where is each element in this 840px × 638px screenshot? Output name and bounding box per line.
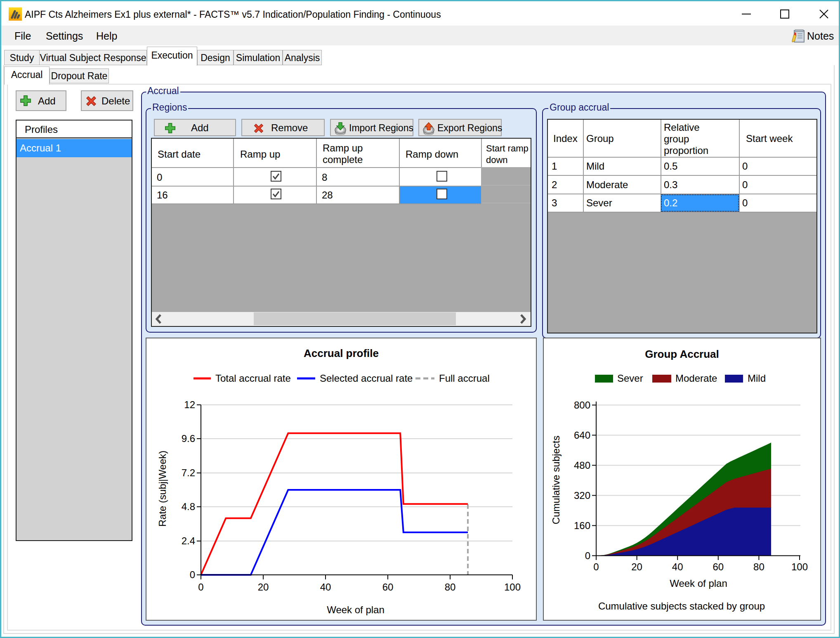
svg-text:Week of plan: Week of plan	[670, 578, 727, 589]
svg-text:0: 0	[585, 550, 590, 561]
svg-text:60: 60	[713, 561, 724, 572]
svg-text:0: 0	[190, 569, 195, 580]
svg-text:9.6: 9.6	[182, 433, 195, 444]
svg-text:4.8: 4.8	[182, 501, 195, 512]
svg-text:60: 60	[382, 581, 394, 593]
svg-text:Accrual profile: Accrual profile	[304, 347, 379, 359]
svg-text:Week of plan: Week of plan	[327, 604, 385, 615]
svg-text:Moderate: Moderate	[675, 373, 717, 384]
svg-text:12: 12	[184, 399, 195, 410]
svg-text:800: 800	[574, 399, 590, 411]
svg-text:Total accrual rate: Total accrual rate	[215, 373, 291, 384]
svg-text:Sever: Sever	[617, 373, 643, 384]
svg-text:Rate (subj|Week): Rate (subj|Week)	[157, 451, 168, 527]
svg-text:640: 640	[574, 430, 590, 441]
svg-text:40: 40	[320, 581, 331, 593]
svg-text:0: 0	[198, 581, 203, 593]
svg-text:7.2: 7.2	[182, 467, 195, 478]
svg-text:Mild: Mild	[748, 373, 766, 384]
svg-text:2.4: 2.4	[182, 535, 195, 546]
svg-text:40: 40	[672, 561, 683, 572]
svg-text:20: 20	[258, 581, 269, 593]
svg-text:80: 80	[753, 561, 764, 572]
svg-text:160: 160	[574, 520, 590, 531]
svg-text:320: 320	[574, 490, 590, 501]
svg-text:Group Accrual: Group Accrual	[645, 348, 719, 360]
svg-text:0: 0	[593, 561, 599, 572]
svg-text:20: 20	[631, 561, 642, 572]
svg-text:480: 480	[574, 460, 590, 471]
svg-text:Selected accrual rate: Selected accrual rate	[320, 373, 413, 384]
svg-text:80: 80	[445, 581, 456, 593]
svg-text:Cumulative subjects: Cumulative subjects	[550, 436, 562, 525]
svg-text:Cumulative subjects stacked by: Cumulative subjects stacked by group	[598, 600, 765, 612]
svg-text:100: 100	[504, 581, 521, 593]
svg-text:Full accrual: Full accrual	[439, 373, 490, 384]
svg-text:100: 100	[791, 561, 808, 572]
